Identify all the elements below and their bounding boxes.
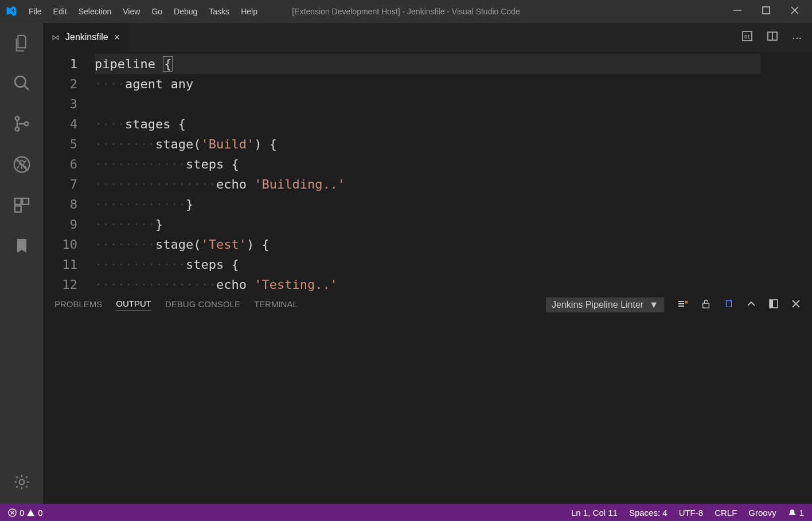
svg-point-5 bbox=[24, 122, 28, 126]
svg-text:01: 01 bbox=[744, 34, 750, 40]
maximize-button[interactable] bbox=[760, 6, 772, 17]
column-selection-icon[interactable]: 01 bbox=[741, 30, 753, 45]
minimap[interactable] bbox=[760, 52, 812, 292]
svg-rect-0 bbox=[733, 10, 741, 11]
menubar: FileEditSelectionViewGoDebugTasksHelp bbox=[23, 4, 263, 19]
line-number-gutter: 123456789101112 bbox=[43, 52, 95, 292]
svg-rect-18 bbox=[770, 300, 773, 308]
code-line[interactable]: ············steps { bbox=[95, 154, 760, 174]
titlebar: FileEditSelectionViewGoDebugTasksHelp [E… bbox=[0, 0, 812, 23]
window-controls bbox=[732, 6, 806, 17]
code-line[interactable]: ····agent any bbox=[95, 74, 760, 94]
lock-scroll-icon[interactable] bbox=[701, 299, 711, 312]
line-number: 4 bbox=[43, 114, 77, 134]
svg-rect-16 bbox=[703, 303, 709, 308]
svg-point-11 bbox=[19, 480, 24, 485]
extensions-icon[interactable] bbox=[13, 196, 31, 216]
menu-item-tasks[interactable]: Tasks bbox=[203, 4, 235, 19]
tab-jenkinsfile[interactable]: ⋈ Jenkinsfile × bbox=[43, 23, 128, 52]
menu-item-file[interactable]: File bbox=[23, 4, 48, 19]
svg-rect-1 bbox=[763, 7, 770, 14]
line-number: 2 bbox=[43, 74, 77, 94]
status-errors[interactable]: 0 bbox=[8, 508, 24, 518]
vscode-logo-icon bbox=[6, 6, 17, 17]
line-number: 10 bbox=[43, 234, 77, 254]
svg-rect-8 bbox=[15, 198, 21, 205]
panel-tab-terminal[interactable]: TERMINAL bbox=[254, 299, 298, 311]
code-line[interactable]: ····stages { bbox=[95, 114, 760, 134]
status-warnings[interactable]: 0 bbox=[26, 508, 42, 518]
source-control-icon[interactable] bbox=[13, 115, 31, 135]
panel-tab-output[interactable]: OUTPUT bbox=[116, 299, 151, 311]
bottom-panel: PROBLEMSOUTPUTDEBUG CONSOLETERMINAL Jenk… bbox=[43, 292, 812, 504]
line-number: 3 bbox=[43, 94, 77, 114]
split-editor-icon[interactable] bbox=[767, 30, 778, 45]
code-line[interactable]: ········stage('Test') { bbox=[95, 234, 760, 254]
code-area[interactable]: pipeline {····agent any····stages {·····… bbox=[95, 52, 760, 292]
more-actions-icon[interactable]: ··· bbox=[792, 31, 802, 44]
status-notifications[interactable]: 1 bbox=[788, 508, 804, 518]
line-number: 11 bbox=[43, 254, 77, 275]
editor-tabs: ⋈ Jenkinsfile × 01 ··· bbox=[43, 23, 812, 52]
panel-tabs: PROBLEMSOUTPUTDEBUG CONSOLETERMINAL Jenk… bbox=[43, 292, 812, 318]
code-line[interactable]: ············} bbox=[95, 194, 760, 214]
close-panel-icon[interactable] bbox=[791, 299, 801, 311]
bookmark-icon[interactable] bbox=[13, 237, 31, 257]
tab-label: Jenkinsfile bbox=[65, 32, 108, 42]
panel-tab-debug-console[interactable]: DEBUG CONSOLE bbox=[165, 299, 240, 311]
code-line[interactable]: ················echo 'Testing..' bbox=[95, 275, 760, 292]
svg-point-3 bbox=[15, 116, 19, 120]
svg-rect-9 bbox=[22, 198, 29, 205]
maximize-panel-icon[interactable] bbox=[768, 299, 779, 312]
status-indent[interactable]: Spaces: 4 bbox=[629, 508, 667, 518]
line-number: 5 bbox=[43, 134, 77, 154]
panel-tab-problems[interactable]: PROBLEMS bbox=[54, 299, 102, 311]
menu-item-go[interactable]: Go bbox=[146, 4, 168, 19]
code-line[interactable]: ········stage('Build') { bbox=[95, 134, 760, 154]
line-number: 12 bbox=[43, 275, 77, 292]
menu-item-debug[interactable]: Debug bbox=[168, 4, 203, 19]
line-number: 1 bbox=[43, 54, 77, 74]
collapse-panel-icon[interactable] bbox=[747, 299, 756, 311]
code-line[interactable]: ················echo 'Building..' bbox=[95, 174, 760, 194]
status-eol[interactable]: CRLF bbox=[715, 508, 737, 518]
dropdown-icon: ▼ bbox=[649, 300, 658, 310]
svg-point-2 bbox=[15, 76, 26, 87]
svg-rect-10 bbox=[15, 206, 21, 212]
menu-item-help[interactable]: Help bbox=[235, 4, 263, 19]
file-icon: ⋈ bbox=[52, 33, 60, 42]
explorer-icon[interactable] bbox=[13, 33, 31, 53]
status-cursor-position[interactable]: Ln 1, Col 11 bbox=[571, 508, 618, 518]
code-line[interactable]: pipeline { bbox=[95, 54, 760, 74]
editor-content[interactable]: 123456789101112 pipeline {····agent any·… bbox=[43, 52, 812, 292]
search-icon[interactable] bbox=[13, 74, 31, 94]
menu-item-view[interactable]: View bbox=[117, 4, 146, 19]
line-number: 6 bbox=[43, 154, 77, 174]
activity-bar bbox=[0, 23, 43, 504]
open-log-icon[interactable] bbox=[724, 299, 734, 312]
window-title: [Extension Development Host] - Jenkinsfi… bbox=[292, 7, 520, 16]
close-button[interactable] bbox=[789, 6, 801, 17]
menu-item-selection[interactable]: Selection bbox=[73, 4, 118, 19]
code-line[interactable]: ············steps { bbox=[95, 254, 760, 275]
line-number: 9 bbox=[43, 214, 77, 234]
clear-output-icon[interactable] bbox=[677, 298, 688, 312]
output-channel-label: Jenkins Pipeline Linter bbox=[552, 300, 643, 310]
code-line[interactable] bbox=[95, 94, 760, 114]
debug-icon[interactable] bbox=[13, 155, 31, 175]
minimize-button[interactable] bbox=[732, 6, 743, 17]
editor-area: ⋈ Jenkinsfile × 01 ··· 123456789101112 p… bbox=[43, 23, 812, 504]
status-language[interactable]: Groovy bbox=[748, 508, 776, 518]
status-encoding[interactable]: UTF-8 bbox=[679, 508, 704, 518]
menu-item-edit[interactable]: Edit bbox=[48, 4, 73, 19]
tab-close-icon[interactable]: × bbox=[114, 32, 120, 44]
svg-point-4 bbox=[15, 127, 19, 131]
code-line[interactable]: ········} bbox=[95, 214, 760, 234]
line-number: 8 bbox=[43, 194, 77, 214]
settings-gear-icon[interactable] bbox=[13, 473, 30, 492]
status-bar: 0 0 Ln 1, Col 11 Spaces: 4 UTF-8 CRLF Gr… bbox=[0, 504, 812, 521]
output-channel-select[interactable]: Jenkins Pipeline Linter ▼ bbox=[546, 297, 664, 312]
line-number: 7 bbox=[43, 174, 77, 194]
